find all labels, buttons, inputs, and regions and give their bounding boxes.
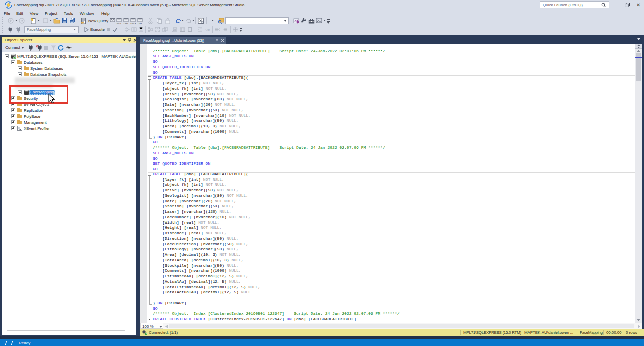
svg-text:DMX: DMX: [124, 22, 129, 24]
svg-text:?#: ?#: [205, 28, 210, 32]
svg-text:MDX: MDX: [117, 22, 122, 24]
svg-text:XMLA: XMLA: [130, 22, 136, 24]
svg-text:DAX: DAX: [138, 22, 142, 24]
